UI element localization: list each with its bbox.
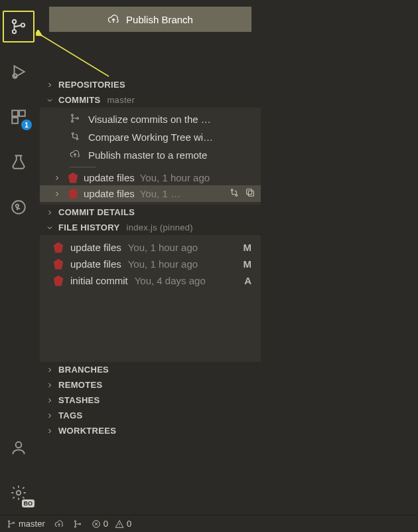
- chevron-right-icon: [52, 190, 62, 198]
- section-file-history[interactable]: FILE HISTORY index.js (pinned): [40, 220, 261, 235]
- status-problems[interactable]: 0 0: [92, 519, 131, 529]
- compare-icon: [70, 131, 82, 143]
- svg-point-11: [72, 114, 74, 116]
- cloud-upload-icon: [107, 13, 119, 25]
- section-tags[interactable]: TAGS: [40, 408, 261, 423]
- compare-icon[interactable]: [229, 187, 240, 200]
- status-gitlens[interactable]: [73, 519, 82, 529]
- svg-point-14: [72, 133, 74, 135]
- avatar: [53, 242, 64, 253]
- status-branch[interactable]: master: [7, 519, 45, 529]
- svg-rect-19: [247, 189, 252, 195]
- chevron-right-icon: [45, 80, 54, 90]
- svg-point-16: [231, 189, 233, 191]
- publish-branch-button[interactable]: Publish Branch: [49, 7, 251, 32]
- gitlens-sidebar: Publish Branch REPOSITORIES COMMITS mast…: [40, 0, 261, 515]
- file-history-row[interactable]: update files You, 1 hour ago M: [40, 239, 261, 256]
- svg-point-17: [236, 195, 238, 197]
- copy-icon[interactable]: [245, 187, 255, 200]
- publish-master-action[interactable]: Publish master to a remote: [40, 146, 261, 164]
- accounts-icon[interactable]: [3, 432, 35, 464]
- svg-point-21: [8, 520, 9, 521]
- svg-rect-18: [248, 191, 253, 196]
- settings-icon[interactable]: BO: [3, 477, 35, 509]
- chevron-right-icon: [45, 208, 54, 217]
- svg-point-24: [74, 520, 76, 521]
- section-commit-details[interactable]: COMMIT DETAILS: [40, 205, 261, 220]
- svg-rect-4: [12, 110, 18, 116]
- avatar: [68, 173, 78, 183]
- svg-point-0: [13, 20, 16, 23]
- graph-icon: [70, 113, 82, 126]
- chevron-right-icon: [45, 396, 54, 405]
- section-remotes[interactable]: REMOTES: [40, 377, 261, 393]
- chevron-right-icon: [52, 174, 62, 182]
- gitlens-icon[interactable]: [3, 191, 35, 223]
- section-branches[interactable]: BRANCHES: [40, 362, 261, 377]
- svg-rect-5: [19, 110, 25, 116]
- svg-point-22: [8, 525, 9, 527]
- publish-branch-label: Publish Branch: [126, 14, 193, 25]
- extensions-badge: 1: [21, 120, 32, 130]
- svg-point-15: [76, 138, 78, 140]
- cloud-upload-icon: [54, 519, 64, 529]
- activity-bar: 1 BO: [0, 0, 37, 515]
- chevron-right-icon: [45, 426, 54, 436]
- svg-point-2: [21, 23, 25, 27]
- chevron-right-icon: [45, 381, 54, 390]
- compare-working-tree-action[interactable]: Compare Working Tree wi…: [40, 128, 261, 146]
- section-commits[interactable]: COMMITS master: [40, 92, 261, 108]
- chevron-right-icon: [45, 411, 54, 420]
- chevron-down-icon: [45, 223, 54, 232]
- svg-point-23: [13, 522, 14, 523]
- section-stashes[interactable]: STASHES: [40, 393, 261, 408]
- avatar: [68, 189, 78, 199]
- commit-row[interactable]: update files You, 1 …: [40, 185, 261, 202]
- avatar: [53, 259, 64, 270]
- section-repositories[interactable]: REPOSITORIES: [40, 77, 261, 92]
- svg-point-13: [77, 118, 79, 120]
- chevron-down-icon: [45, 96, 54, 105]
- separator: [70, 167, 96, 167]
- avatar: [53, 276, 64, 286]
- file-history-row[interactable]: update files You, 1 hour ago M: [40, 256, 261, 272]
- file-history-panel: update files You, 1 hour ago M update fi…: [40, 235, 261, 362]
- svg-point-10: [17, 491, 21, 495]
- settings-badge: BO: [22, 499, 35, 507]
- warning-icon: [115, 519, 124, 529]
- error-icon: [92, 519, 101, 529]
- testing-icon[interactable]: [3, 146, 35, 178]
- source-control-icon[interactable]: [3, 11, 35, 43]
- visualize-commits-action[interactable]: Visualize commits on the …: [40, 110, 261, 128]
- svg-point-9: [16, 442, 22, 448]
- cloud-upload-icon: [70, 149, 82, 161]
- svg-point-25: [74, 525, 76, 527]
- chevron-right-icon: [45, 365, 54, 375]
- extensions-icon[interactable]: 1: [3, 101, 35, 133]
- svg-point-8: [16, 205, 19, 207]
- svg-point-12: [72, 120, 74, 122]
- commits-panel: Visualize commits on the … Compare Worki…: [40, 108, 261, 205]
- run-debug-icon[interactable]: [3, 56, 35, 88]
- status-sync[interactable]: [54, 519, 64, 529]
- svg-point-26: [79, 523, 80, 524]
- commit-row[interactable]: update files You, 1 hour ago: [40, 170, 261, 185]
- status-bar: master 0 0: [0, 515, 418, 532]
- svg-point-1: [13, 30, 16, 33]
- file-history-row[interactable]: initial commit You, 4 days ago A: [40, 272, 261, 289]
- svg-rect-6: [12, 118, 18, 124]
- section-worktrees[interactable]: WORKTREES: [40, 423, 261, 438]
